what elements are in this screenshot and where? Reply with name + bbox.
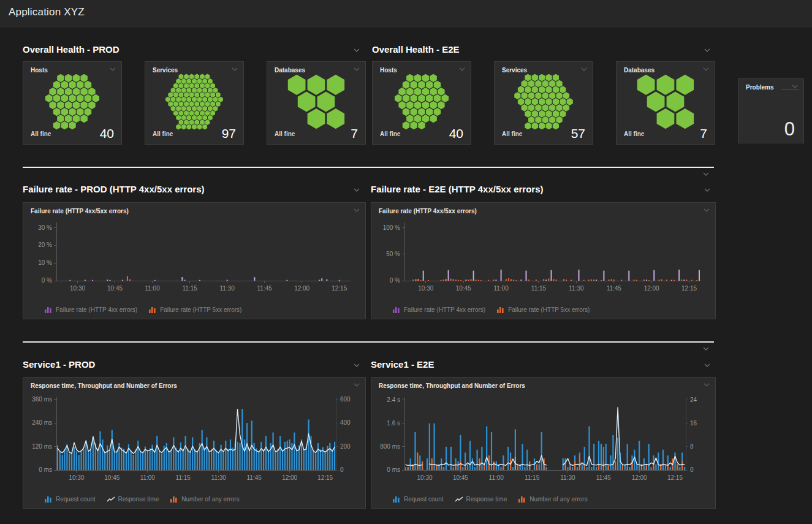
line-series-icon <box>455 496 463 503</box>
chevron-down-icon[interactable] <box>702 346 710 351</box>
svg-text:12:15: 12:15 <box>667 474 683 481</box>
chevron-down-icon[interactable] <box>702 172 710 177</box>
svg-text:10:45: 10:45 <box>107 285 123 292</box>
svg-text:0 ms: 0 ms <box>387 466 400 473</box>
entity-count: 7 <box>351 126 358 141</box>
svg-text:11:45: 11:45 <box>257 285 273 292</box>
chevron-down-icon[interactable] <box>703 382 710 387</box>
svg-text:11:15: 11:15 <box>182 285 197 292</box>
section-divider <box>23 341 714 343</box>
svg-text:360 ms: 360 ms <box>32 396 52 403</box>
svg-text:11:45: 11:45 <box>607 285 622 292</box>
chevron-down-icon[interactable] <box>353 363 360 368</box>
chevron-down-icon[interactable] <box>791 84 799 89</box>
failure-rate-e2e-chart-tile[interactable]: Failure rate (HTTP 4xx/5xx errors) 0 %50… <box>371 202 716 319</box>
chart-plot-area[interactable]: 0 %10 %20 %30 %10:3010:4511:0011:1511:30… <box>27 219 362 297</box>
bar-series-icon <box>392 496 401 503</box>
legend-item[interactable]: Failure rate (HTTP 5xx errors) <box>496 306 590 313</box>
entity-count: 40 <box>100 126 114 141</box>
legend-item[interactable]: Number of any errors <box>518 496 587 503</box>
chevron-down-icon[interactable] <box>458 67 466 72</box>
failure-rate-prod-chart-tile[interactable]: Failure rate (HTTP 4xx/5xx errors) 0 %10… <box>23 202 366 319</box>
chart-legend: Failure rate (HTTP 4xx errors) Failure r… <box>44 306 241 313</box>
svg-text:240 ms: 240 ms <box>32 419 52 426</box>
legend-item[interactable]: Response time <box>455 496 507 503</box>
health-tile-databases-prod[interactable]: Databases All fine 7 <box>267 61 366 145</box>
health-tile-hosts-e2e[interactable]: Hosts All fine 40 <box>372 61 471 145</box>
status-text: All fine <box>275 131 295 137</box>
chart-title: Failure rate (HTTP 4xx/5xx errors) <box>379 208 477 215</box>
svg-text:10:30: 10:30 <box>418 285 433 292</box>
chart-legend: Request count Response time Number of an… <box>44 496 240 503</box>
svg-text:10:45: 10:45 <box>453 474 468 481</box>
svg-text:12:00: 12:00 <box>644 285 659 292</box>
tile-title: Hosts <box>380 67 397 74</box>
legend-item[interactable]: Response time <box>107 496 159 503</box>
chevron-down-icon[interactable] <box>353 67 360 72</box>
svg-text:24: 24 <box>690 397 697 403</box>
chevron-down-icon[interactable] <box>704 188 711 192</box>
svg-text:10:30: 10:30 <box>70 285 85 292</box>
entity-count: 57 <box>571 126 585 141</box>
section-title-health-prod: Overall Health - PROD <box>23 44 120 55</box>
chevron-down-icon[interactable] <box>702 67 710 72</box>
svg-text:11:45: 11:45 <box>247 474 262 481</box>
chart-plot-area[interactable]: 0 ms120 ms240 ms360 ms020040060010:3010:… <box>27 393 362 486</box>
health-tile-services-e2e[interactable]: Services All fine 57 <box>494 61 593 145</box>
svg-text:200: 200 <box>340 443 351 450</box>
health-tile-services-prod[interactable]: Services All fine 97 <box>145 61 244 145</box>
chevron-down-icon[interactable] <box>231 67 238 72</box>
legend-item[interactable]: Failure rate (HTTP 4xx errors) <box>392 306 485 313</box>
status-text: All fine <box>624 131 644 137</box>
tile-title: Databases <box>624 67 655 74</box>
section-divider <box>23 167 714 168</box>
chart-plot-area[interactable]: 0 ms800 ms1.6 s2.4 s08162410:3010:4511:0… <box>375 393 711 486</box>
svg-text:10:30: 10:30 <box>417 474 433 481</box>
svg-text:400: 400 <box>340 419 351 426</box>
problems-tile[interactable]: Problems 0 <box>738 78 804 143</box>
chevron-down-icon[interactable] <box>353 188 360 192</box>
section-title-service-prod: Service1 - PROD <box>23 359 95 370</box>
honeycomb <box>378 77 466 127</box>
entity-count: 97 <box>222 126 236 141</box>
chevron-down-icon[interactable] <box>353 382 360 387</box>
chevron-down-icon[interactable] <box>109 67 116 72</box>
svg-text:11:00: 11:00 <box>489 474 504 481</box>
legend-item[interactable]: Number of any errors <box>170 496 239 503</box>
svg-text:0: 0 <box>340 466 344 473</box>
tile-title: Hosts <box>31 67 48 74</box>
svg-text:600: 600 <box>340 396 351 403</box>
svg-text:120 ms: 120 ms <box>32 443 52 450</box>
chevron-down-icon[interactable] <box>704 363 711 368</box>
chevron-down-icon[interactable] <box>353 208 360 213</box>
svg-text:30 %: 30 % <box>38 224 52 231</box>
bar-series-icon <box>392 306 401 313</box>
chevron-down-icon[interactable] <box>580 67 588 72</box>
legend-item[interactable]: Failure rate (HTTP 4xx errors) <box>44 306 137 313</box>
chevron-down-icon[interactable] <box>353 48 360 53</box>
chevron-down-icon[interactable] <box>703 208 710 213</box>
svg-text:10:45: 10:45 <box>456 285 471 292</box>
svg-text:8: 8 <box>690 443 694 450</box>
svg-text:12:00: 12:00 <box>632 474 647 481</box>
chart-title: Response time, Throughput and Number of … <box>379 382 525 389</box>
svg-text:10:30: 10:30 <box>69 474 84 481</box>
svg-text:10 %: 10 % <box>38 259 52 266</box>
legend-item[interactable]: Failure rate (HTTP 5xx errors) <box>148 306 241 313</box>
status-text: All fine <box>380 131 400 137</box>
health-tile-databases-e2e[interactable]: Databases All fine 7 <box>616 61 715 145</box>
legend-item[interactable]: Request count <box>44 496 96 503</box>
section-title-failure-e2e: Failure rate - E2E (HTTP 4xx/5xx errors) <box>371 184 544 194</box>
service1-e2e-chart-tile[interactable]: Response time, Throughput and Number of … <box>371 377 716 509</box>
svg-text:0: 0 <box>690 466 694 473</box>
health-tile-hosts-prod[interactable]: Hosts All fine 40 <box>23 61 122 145</box>
chevron-down-icon[interactable] <box>704 48 711 53</box>
svg-text:2.4 s: 2.4 s <box>387 397 400 403</box>
problems-count: 0 <box>784 118 795 140</box>
svg-text:100 %: 100 % <box>383 224 400 231</box>
service1-prod-chart-tile[interactable]: Response time, Throughput and Number of … <box>23 377 366 509</box>
chart-plot-area[interactable]: 0 %50 %100 %10:3010:4511:0011:1511:3011:… <box>375 219 711 297</box>
legend-item[interactable]: Request count <box>392 496 444 503</box>
entity-count: 40 <box>449 126 463 141</box>
svg-text:12:00: 12:00 <box>294 285 309 292</box>
